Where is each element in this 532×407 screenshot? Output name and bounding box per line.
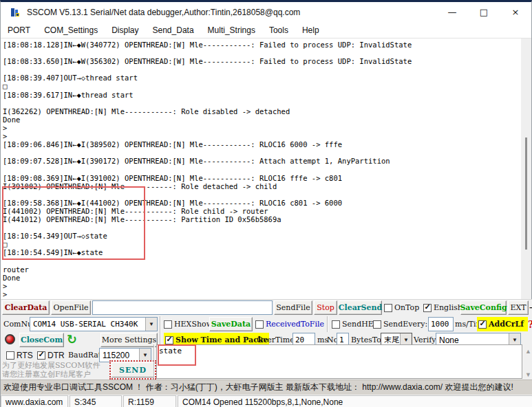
send-every-checkbox-box xyxy=(373,320,381,329)
bytes-to-value: 末尾 xyxy=(381,335,400,345)
menu-com-settings[interactable]: COM_Settings xyxy=(37,23,105,38)
save-data-button[interactable]: SaveData xyxy=(209,317,253,331)
menu-tools[interactable]: Tools xyxy=(262,23,295,38)
app-window: SSCOM V5.13.1 Serial/Net data debugger,A… xyxy=(0,0,532,407)
rts-label: RTS xyxy=(17,351,33,360)
received-to-file-checkbox[interactable]: ReceivedToFile xyxy=(255,317,324,331)
send-text-input[interactable]: state xyxy=(156,344,522,379)
refresh-ports-icon[interactable]: ↻ xyxy=(67,333,77,346)
terminal-scrollbar-thumb[interactable] xyxy=(525,138,527,250)
file-path-input[interactable] xyxy=(92,300,273,315)
send-scroll-up-icon[interactable]: ▲ xyxy=(524,348,532,355)
control-panel: ClearData OpenFile SendFile Stop ClearSe… xyxy=(1,299,532,380)
menu-display[interactable]: Display xyxy=(105,23,145,38)
banner-text: 欢迎使用专业串口调试工具SSCOM ！ 作者：习小猛(丁丁)，大虾电子网版主 最… xyxy=(3,382,513,393)
menu-multi-strings[interactable]: Multi_Strings xyxy=(201,23,262,38)
terminal-output[interactable]: [18:08:18.128]IN←◆W(340772) OPENTHREAD:[… xyxy=(1,38,522,299)
dtr-checkbox-box xyxy=(37,351,45,360)
stop-button[interactable]: Stop xyxy=(314,300,337,315)
show-time-label: Show Time and Packe xyxy=(175,336,268,344)
send-button[interactable]: SEND xyxy=(109,360,156,380)
menu-help[interactable]: Help xyxy=(295,23,326,38)
english-checkbox-box xyxy=(423,304,432,312)
title-bar: SSCOM V5.13.1 Serial/Net data debugger,A… xyxy=(1,2,531,22)
open-file-button[interactable]: OpenFile xyxy=(51,300,91,315)
help-question-mark: ? xyxy=(528,319,532,330)
baudrate-label: BaudRat xyxy=(68,348,101,362)
ontop-checkbox[interactable]: OnTop xyxy=(384,300,419,315)
annotation-rect-terminal xyxy=(2,186,145,260)
promo-banner: 欢迎使用专业串口调试工具SSCOM ！ 作者：习小猛(丁丁)，大虾电子网版主 最… xyxy=(1,380,532,395)
com-port-value: COM14 USB-SERIAL CH340K xyxy=(30,320,145,329)
maximize-button[interactable]: □ xyxy=(468,2,500,22)
port-status-led-icon xyxy=(5,334,15,344)
send-scroll-down-icon[interactable]: ▼ xyxy=(524,371,532,378)
save-config-button[interactable]: SaveConfig xyxy=(460,300,507,315)
send-hex-checkbox[interactable]: SendHEX xyxy=(332,317,379,331)
divider xyxy=(160,316,161,332)
clear-send-button[interactable]: ClearSend xyxy=(339,300,382,315)
rts-checkbox[interactable]: RTS xyxy=(6,348,33,362)
promo-text: 为了更好地发展SSCOM软件 请您注册嘉立创F结尾客户 xyxy=(2,361,100,379)
add-crlf-label: AddCrLf xyxy=(489,320,524,329)
ontop-label: OnTop xyxy=(394,303,419,312)
hexshow-checkbox[interactable]: HEXShow xyxy=(164,317,213,331)
app-icon xyxy=(10,7,21,18)
send-every-label: SendEvery: xyxy=(383,320,427,329)
window-title: SSCOM V5.13.1 Serial/Net data debugger,A… xyxy=(27,8,300,17)
minimize-button[interactable]: — xyxy=(436,2,468,22)
dtr-checkbox[interactable]: DTR xyxy=(37,348,65,362)
send-hex-checkbox-box xyxy=(332,320,340,329)
status-port-info: COM14 Opened 115200bps,8,1,None,None xyxy=(178,395,532,407)
clear-data-button[interactable]: ClearData xyxy=(2,300,50,315)
received-to-file-checkbox-box xyxy=(255,320,264,329)
hexshow-checkbox-box xyxy=(164,320,172,329)
promo-line2: 请您注册嘉立创F结尾客户 xyxy=(2,370,100,379)
status-sent-count: S:345 xyxy=(70,395,122,407)
send-every-checkbox[interactable]: SendEvery: xyxy=(373,317,427,331)
show-time-checkbox-box xyxy=(165,336,173,344)
divider xyxy=(327,316,328,332)
baudrate-value: 115200 xyxy=(100,351,139,360)
status-website: www.daxia.com xyxy=(1,395,68,407)
annotation-rect-send xyxy=(158,344,196,366)
add-crlf-checkbox[interactable]: AddCrLf xyxy=(477,317,528,331)
send-button-label: SEND xyxy=(111,362,154,377)
promo-line1: 为了更好地发展SSCOM软件 xyxy=(2,361,100,370)
send-file-button[interactable]: SendFile xyxy=(274,300,312,315)
hexshow-label: HEXShow xyxy=(174,320,213,329)
english-label: English xyxy=(434,303,462,312)
english-checkbox[interactable]: English xyxy=(423,300,462,315)
received-to-file-label: ReceivedToFile xyxy=(266,320,324,329)
add-crlf-checkbox-box xyxy=(478,320,487,329)
close-com-button[interactable]: CloseCom xyxy=(19,333,64,347)
com-port-select[interactable]: COM14 USB-SERIAL CH340K ▼ xyxy=(30,317,158,331)
status-received-count: R:1159 xyxy=(123,395,176,407)
menu-bar: PORT COM_Settings Display Send_Data Mult… xyxy=(1,22,531,38)
send-interval-input[interactable] xyxy=(428,317,454,331)
divider xyxy=(153,344,155,380)
collapse-panel-button[interactable]: — xyxy=(529,300,532,315)
ontop-checkbox-box xyxy=(384,304,392,312)
menu-port[interactable]: PORT xyxy=(1,23,37,38)
chevron-down-icon[interactable]: ▼ xyxy=(145,318,157,331)
rts-checkbox-box xyxy=(6,351,14,360)
status-bar: www.daxia.com S:345 R:1159 COM14 Opened … xyxy=(1,395,532,407)
menu-send-data[interactable]: Send_Data xyxy=(146,23,201,38)
more-settings-button[interactable]: More Settings xyxy=(100,333,158,347)
verify-value: None xyxy=(436,336,509,345)
close-button[interactable]: × xyxy=(500,2,531,22)
dtr-label: DTR xyxy=(47,351,65,360)
ext-button[interactable]: EXT xyxy=(508,300,529,315)
